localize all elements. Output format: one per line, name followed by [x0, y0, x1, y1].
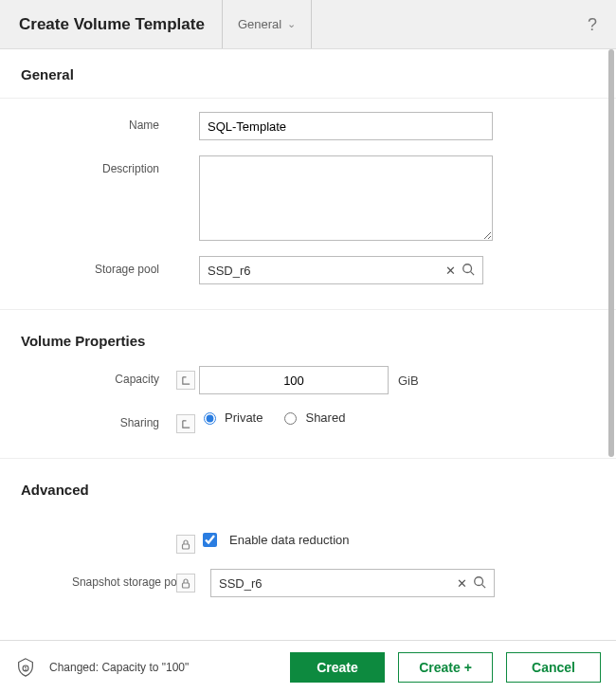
sharing-shared-radio[interactable] — [284, 412, 297, 425]
data-reduction-label: Enable data reduction — [229, 533, 349, 547]
name-label: Name — [21, 112, 172, 132]
section-volume-title: Volume Properties — [0, 316, 616, 358]
sharing-private-label: Private — [225, 410, 263, 425]
storage-pool-lookup[interactable]: SSD_r6 ✕ — [199, 256, 483, 284]
lock-icon[interactable] — [176, 574, 195, 593]
svg-line-5 — [482, 584, 486, 588]
inherit-icon[interactable] — [176, 414, 195, 433]
create-button[interactable]: Create — [290, 652, 385, 683]
svg-point-4 — [475, 576, 483, 585]
capacity-field[interactable] — [199, 366, 389, 394]
svg-point-0 — [463, 264, 472, 272]
help-icon[interactable]: ? — [588, 15, 597, 35]
dialog-header: Create Volume Template General ⌄ ? — [0, 0, 616, 49]
description-field[interactable] — [199, 155, 493, 241]
data-reduction-checkbox[interactable] — [203, 533, 217, 547]
status-icon: 5 — [15, 657, 36, 678]
create-plus-button[interactable]: Create + — [398, 652, 493, 683]
sharing-label: Sharing — [21, 410, 172, 429]
clear-icon[interactable]: ✕ — [457, 576, 467, 591]
search-icon[interactable] — [473, 575, 486, 592]
name-field[interactable] — [199, 112, 493, 140]
capacity-unit: GiB — [398, 374, 419, 388]
svg-rect-2 — [183, 544, 190, 549]
storage-pool-label: Storage pool — [21, 256, 172, 276]
section-general-title: General — [0, 49, 616, 92]
lock-icon[interactable] — [176, 535, 195, 554]
sharing-shared-label: Shared — [305, 410, 345, 425]
storage-pool-value: SSD_r6 — [208, 264, 440, 278]
capacity-label: Capacity — [21, 366, 172, 386]
svg-rect-3 — [183, 583, 190, 588]
dialog-title: Create Volume Template — [19, 15, 222, 34]
scrollbar-thumb[interactable] — [608, 49, 614, 457]
sharing-shared-option[interactable]: Shared — [280, 410, 345, 425]
section-advanced-title: Advanced — [0, 465, 616, 507]
description-label: Description — [21, 155, 172, 175]
divider — [0, 309, 616, 310]
section-dropdown[interactable]: General ⌄ — [222, 0, 312, 48]
inherit-icon[interactable] — [176, 371, 195, 390]
cancel-button[interactable]: Cancel — [506, 652, 601, 683]
snapshot-pool-lookup[interactable]: SSD_r6 ✕ — [210, 569, 495, 597]
chevron-down-icon: ⌄ — [287, 18, 296, 30]
divider — [0, 98, 616, 99]
snapshot-pool-value: SSD_r6 — [219, 576, 451, 591]
clear-icon[interactable]: ✕ — [445, 264, 456, 278]
sharing-radio-group: Private Shared — [199, 410, 345, 425]
divider — [0, 458, 616, 459]
svg-line-1 — [471, 271, 475, 275]
section-dropdown-label: General — [238, 17, 281, 31]
search-icon[interactable] — [462, 263, 475, 279]
form-scroll-area: General Name Description Storage pool SS… — [0, 49, 616, 640]
dialog-footer: 5 Changed: Capacity to "100" Create Crea… — [0, 640, 616, 693]
sharing-private-option[interactable]: Private — [199, 410, 263, 425]
status-text: Changed: Capacity to "100" — [49, 661, 277, 674]
sharing-private-radio[interactable] — [204, 412, 216, 425]
